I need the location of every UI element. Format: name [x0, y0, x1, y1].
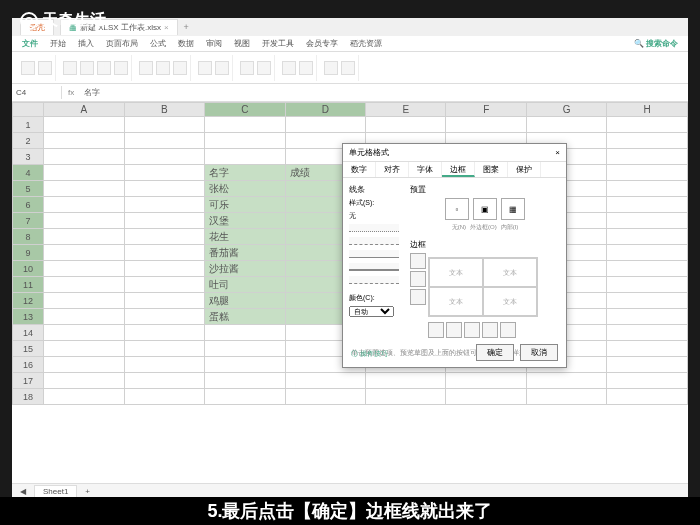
row-header[interactable]: 8 [13, 229, 44, 245]
wrap-button[interactable] [215, 61, 229, 75]
menu-view[interactable]: 视图 [234, 38, 250, 49]
cut-button[interactable] [38, 61, 52, 75]
format-button[interactable] [240, 61, 254, 75]
align-right-button[interactable] [173, 61, 187, 75]
row-header[interactable]: 14 [13, 325, 44, 341]
col-header[interactable]: B [124, 103, 204, 117]
merge-button[interactable] [198, 61, 212, 75]
cell[interactable]: 鸡腿 [205, 293, 285, 309]
row-header[interactable]: 1 [13, 117, 44, 133]
sheet-nav-icon[interactable]: ◀ [20, 487, 26, 496]
number-button[interactable] [257, 61, 271, 75]
border-bot-button[interactable] [410, 289, 426, 305]
dialog-close-icon[interactable]: × [555, 148, 560, 157]
dialog-tab-number[interactable]: 数字 [343, 162, 376, 177]
line-style-option[interactable] [349, 237, 399, 245]
add-sheet-button[interactable]: + [85, 487, 90, 496]
menu-vip[interactable]: 会员专享 [306, 38, 338, 49]
menu-insert[interactable]: 插入 [78, 38, 94, 49]
style-none[interactable]: 无 [349, 211, 404, 221]
tips-link[interactable]: ⓘ 操作技巧 [351, 349, 388, 359]
border-diag1-button[interactable] [428, 322, 444, 338]
menu-review[interactable]: 审阅 [206, 38, 222, 49]
col-header[interactable]: G [526, 103, 606, 117]
fx-icon[interactable]: fx [62, 86, 80, 99]
menu-file[interactable]: 文件 [22, 38, 38, 49]
cell[interactable]: 汉堡 [205, 213, 285, 229]
dialog-tab-font[interactable]: 字体 [409, 162, 442, 177]
col-header[interactable]: E [366, 103, 446, 117]
line-style-option[interactable] [349, 224, 399, 232]
row-header[interactable]: 4 [13, 165, 44, 181]
italic-button[interactable] [97, 61, 111, 75]
col-header[interactable]: A [44, 103, 124, 117]
border-mid-button[interactable] [410, 271, 426, 287]
preset-inside[interactable]: ▦ [501, 198, 525, 220]
underline-button[interactable] [114, 61, 128, 75]
cell[interactable]: 花生 [205, 229, 285, 245]
cell[interactable]: 蛋糕 [205, 309, 285, 325]
col-header[interactable]: F [446, 103, 526, 117]
dialog-tab-border[interactable]: 边框 [442, 162, 475, 177]
line-style-option[interactable] [349, 276, 399, 284]
row-header[interactable]: 3 [13, 149, 44, 165]
font-button[interactable] [63, 61, 77, 75]
col-header[interactable]: H [607, 103, 688, 117]
bold-button[interactable] [80, 61, 94, 75]
border-top-button[interactable] [410, 253, 426, 269]
menu-home[interactable]: 开始 [50, 38, 66, 49]
align-center-button[interactable] [156, 61, 170, 75]
paste-button[interactable] [21, 61, 35, 75]
cell[interactable]: 张松 [205, 181, 285, 197]
sum-button[interactable] [324, 61, 338, 75]
border-right-button[interactable] [482, 322, 498, 338]
row-header[interactable]: 18 [13, 389, 44, 405]
col-header[interactable]: C [205, 103, 285, 117]
row-header[interactable]: 7 [13, 213, 44, 229]
menu-daoke[interactable]: 稻壳资源 [350, 38, 382, 49]
row-header[interactable]: 11 [13, 277, 44, 293]
formula-input[interactable]: 名字 [80, 85, 104, 100]
menu-layout[interactable]: 页面布局 [106, 38, 138, 49]
preset-outline[interactable]: ▣ [473, 198, 497, 220]
select-all-corner[interactable] [13, 103, 44, 117]
row-header[interactable]: 9 [13, 245, 44, 261]
cell[interactable]: 吐司 [205, 277, 285, 293]
search-box[interactable]: 🔍 搜索命令 [634, 38, 678, 49]
row-header[interactable]: 16 [13, 357, 44, 373]
ok-button[interactable]: 确定 [476, 344, 514, 361]
menu-formula[interactable]: 公式 [150, 38, 166, 49]
row-header[interactable]: 10 [13, 261, 44, 277]
add-tab-button[interactable]: + [184, 22, 189, 32]
preset-none[interactable]: ▫ [445, 198, 469, 220]
col-header[interactable]: D [285, 103, 365, 117]
cell[interactable]: 名字 [205, 165, 285, 181]
filter-button[interactable] [299, 61, 313, 75]
row-header[interactable]: 17 [13, 373, 44, 389]
cell[interactable]: 可乐 [205, 197, 285, 213]
row-header[interactable]: 6 [13, 197, 44, 213]
border-left-button[interactable] [446, 322, 462, 338]
sort-button[interactable] [282, 61, 296, 75]
align-left-button[interactable] [139, 61, 153, 75]
cancel-button[interactable]: 取消 [520, 344, 558, 361]
line-style-option[interactable] [349, 263, 399, 271]
cell[interactable]: 沙拉酱 [205, 261, 285, 277]
row-header[interactable]: 5 [13, 181, 44, 197]
line-style-option[interactable] [349, 250, 399, 258]
border-vmid-button[interactable] [464, 322, 480, 338]
menu-data[interactable]: 数据 [178, 38, 194, 49]
dialog-tab-pattern[interactable]: 图案 [475, 162, 508, 177]
color-select[interactable]: 自动 [349, 306, 394, 317]
close-icon[interactable]: × [164, 23, 169, 32]
dialog-tab-align[interactable]: 对齐 [376, 162, 409, 177]
fill-button[interactable] [341, 61, 355, 75]
border-diag2-button[interactable] [500, 322, 516, 338]
row-header[interactable]: 15 [13, 341, 44, 357]
row-header[interactable]: 13 [13, 309, 44, 325]
row-header[interactable]: 2 [13, 133, 44, 149]
row-header[interactable]: 12 [13, 293, 44, 309]
cell[interactable]: 番茄酱 [205, 245, 285, 261]
dialog-tab-protect[interactable]: 保护 [508, 162, 541, 177]
menu-dev[interactable]: 开发工具 [262, 38, 294, 49]
